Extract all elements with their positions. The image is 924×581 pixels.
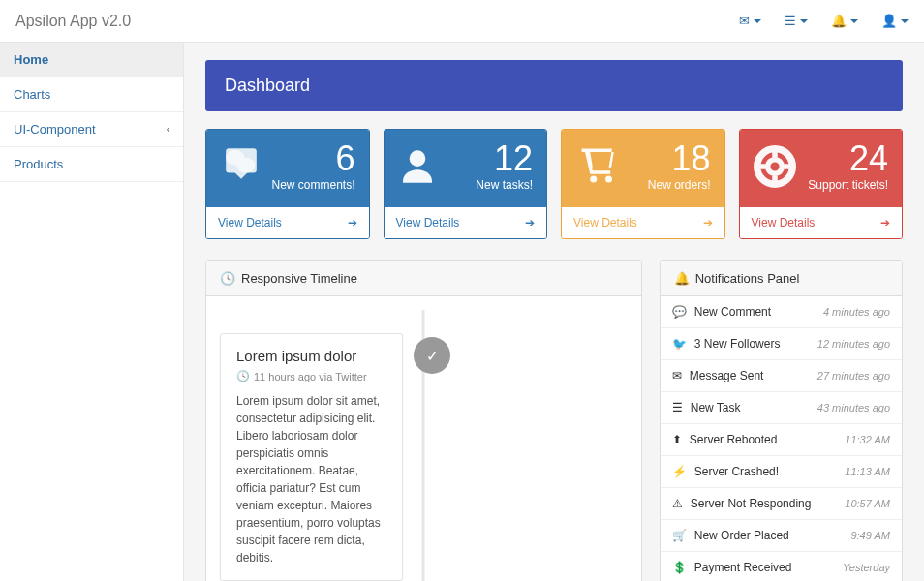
stat-card-cart: 18 New orders! View Details ➔ — [561, 129, 725, 239]
notifications-title: Notifications Panel — [695, 271, 800, 286]
comments-icon — [220, 145, 262, 182]
sidebar-item-label: Charts — [14, 87, 50, 102]
notification-time: 4 minutes ago — [823, 306, 890, 318]
notification-item[interactable]: 💬 New Comment 4 minutes ago — [661, 296, 902, 328]
timeline-title: Responsive Timeline — [241, 271, 357, 286]
user-icon: 👤 — [881, 14, 897, 28]
notification-label: New Task — [691, 401, 741, 414]
view-details-link[interactable]: View Details ➔ — [562, 207, 724, 238]
messages-menu[interactable]: ✉ — [739, 14, 761, 28]
stat-cards: 6 New comments! View Details ➔ 12 New ta… — [205, 129, 903, 239]
sidebar-item-label: Products — [14, 157, 63, 171]
bell-icon: 🔔 — [674, 271, 690, 286]
arrow-right-icon: ➔ — [880, 216, 890, 229]
view-details-label: View Details — [218, 216, 282, 229]
notification-time: 43 minutes ago — [817, 402, 890, 413]
svg-point-4 — [605, 176, 612, 183]
svg-point-3 — [590, 176, 597, 183]
sidebar-item-ui-component[interactable]: UI-Component‹ — [0, 112, 183, 147]
notification-list: 💬 New Comment 4 minutes ago 🐦 3 New Foll… — [661, 296, 902, 581]
svg-point-2 — [409, 150, 425, 167]
view-details-label: View Details — [396, 216, 460, 229]
notification-item[interactable]: ⚠ Server Not Responding 10:57 AM — [661, 488, 902, 520]
cart-icon — [575, 145, 622, 186]
app-title: Apsilon App v2.0 — [15, 13, 131, 30]
notification-time: 11:32 AM — [845, 434, 890, 445]
notification-time: Yesterday — [843, 562, 890, 573]
money-icon: 💲 — [672, 561, 687, 574]
timeline-badge-check-icon: ✓ — [414, 337, 450, 374]
notification-time: 10:57 AM — [845, 498, 890, 509]
top-nav: Apsilon App v2.0 ✉ ☰ 🔔 👤 — [0, 0, 924, 43]
view-details-link[interactable]: View Details ➔ — [740, 207, 903, 238]
notification-item[interactable]: ⚡ Server Crashed! 11:13 AM — [661, 456, 902, 488]
sidebar-item-home[interactable]: Home — [0, 43, 183, 77]
card-top: 12 New tasks! — [385, 130, 547, 207]
bell-icon: 🔔 — [831, 14, 847, 28]
arrow-right-icon: ➔ — [703, 216, 713, 229]
notification-label: Payment Received — [694, 561, 792, 574]
notification-label: Message Sent — [690, 369, 764, 382]
card-top: 6 New comments! — [206, 130, 369, 207]
notification-time: 27 minutes ago — [817, 370, 890, 382]
user-icon — [398, 145, 437, 188]
notification-item[interactable]: ✉ Message Sent 27 minutes ago — [661, 360, 902, 392]
view-details-link[interactable]: View Details ➔ — [206, 207, 369, 238]
notification-item[interactable]: 🐦 3 New Followers 12 minutes ago — [661, 328, 902, 360]
tasks-icon: ☰ — [672, 401, 683, 414]
timeline-item: ✓ Lorem ipsum dolor 🕓11 hours ago via Tw… — [220, 333, 403, 581]
notification-time: 11:13 AM — [845, 466, 890, 477]
notification-item[interactable]: 🛒 New Order Placed 9:49 AM — [661, 520, 902, 552]
bolt-icon: ⚡ — [672, 465, 687, 478]
timeline-card: Lorem ipsum dolor 🕓11 hours ago via Twit… — [220, 333, 403, 581]
notification-label: 3 New Followers — [694, 337, 781, 351]
clock-icon: 🕓 — [236, 370, 250, 382]
notification-item[interactable]: ☰ New Task 43 minutes ago — [661, 392, 902, 424]
cart-icon: 🛒 — [672, 529, 687, 542]
stat-card-comments: 6 New comments! View Details ➔ — [205, 129, 370, 239]
svg-point-6 — [767, 160, 782, 174]
notification-label: New Order Placed — [694, 529, 789, 542]
timeline-panel: 🕓 Responsive Timeline ✓ Lorem ipsum dolo… — [205, 260, 642, 581]
svg-point-1 — [236, 158, 255, 173]
view-details-link[interactable]: View Details ➔ — [385, 207, 547, 238]
view-details-label: View Details — [752, 216, 816, 229]
card-top: 24 Support tickets! — [740, 130, 903, 207]
sidebar: HomeChartsUI-Component‹Products — [0, 43, 184, 581]
notifications-header: 🔔 Notifications Panel — [661, 261, 902, 296]
view-details-label: View Details — [573, 216, 637, 229]
top-nav-icons: ✉ ☰ 🔔 👤 — [739, 14, 909, 28]
sidebar-item-label: Home — [14, 52, 48, 67]
tasks-icon: ☰ — [785, 14, 796, 28]
page-title: Dashboard — [205, 60, 903, 111]
lifering-icon — [754, 145, 796, 188]
warning-icon: ⚠ — [672, 497, 683, 510]
clock-icon: 🕓 — [220, 271, 235, 286]
notification-item[interactable]: 💲 Payment Received Yesterday — [661, 552, 902, 581]
twitter-icon: 🐦 — [672, 337, 687, 351]
timeline-item-body: Lorem ipsum dolor sit amet, consectetur … — [236, 392, 386, 566]
notifications-panel: 🔔 Notifications Panel 💬 New Comment 4 mi… — [660, 260, 903, 581]
sidebar-item-label: UI-Component — [14, 122, 96, 137]
main-content: Dashboard 6 New comments! View Details ➔… — [184, 43, 924, 581]
alerts-menu[interactable]: 🔔 — [831, 14, 858, 28]
notification-time: 9:49 AM — [850, 530, 890, 541]
envelope-icon: ✉ — [672, 369, 682, 382]
stat-card-user: 12 New tasks! View Details ➔ — [384, 129, 548, 239]
upload-icon: ⬆ — [672, 433, 682, 446]
notification-label: Server Not Responding — [691, 497, 812, 510]
envelope-icon: ✉ — [739, 14, 750, 28]
card-top: 18 New orders! — [562, 130, 724, 207]
sidebar-item-charts[interactable]: Charts — [0, 77, 183, 112]
stat-card-lifering: 24 Support tickets! View Details ➔ — [739, 129, 904, 239]
timeline: ✓ Lorem ipsum dolor 🕓11 hours ago via Tw… — [220, 310, 628, 581]
arrow-right-icon: ➔ — [525, 216, 535, 229]
notification-item[interactable]: ⬆ Server Rebooted 11:32 AM — [661, 424, 902, 456]
tasks-menu[interactable]: ☰ — [785, 14, 808, 28]
timeline-header: 🕓 Responsive Timeline — [206, 261, 641, 296]
sidebar-item-products[interactable]: Products — [0, 147, 183, 182]
user-menu[interactable]: 👤 — [881, 14, 909, 28]
notification-label: Server Rebooted — [690, 433, 778, 446]
chevron-left-icon: ‹ — [167, 124, 169, 135]
notification-label: Server Crashed! — [694, 465, 779, 478]
